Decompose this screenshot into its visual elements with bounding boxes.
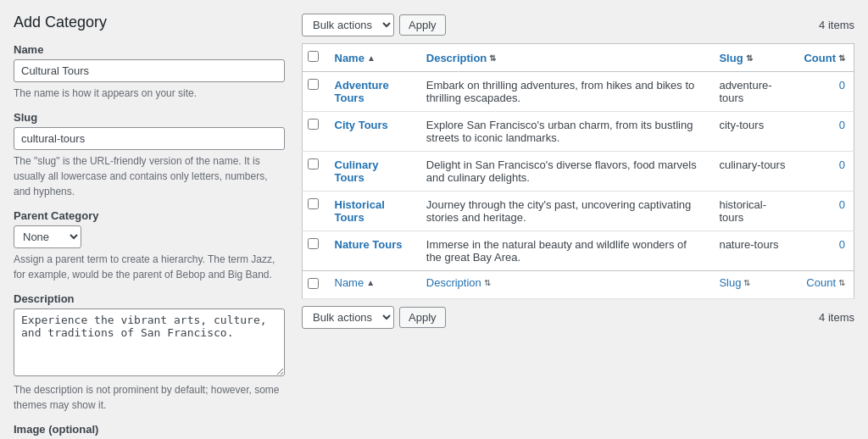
row-checkbox-cell <box>303 231 326 271</box>
table-row: Historical Tours Journey through the cit… <box>303 192 854 231</box>
sort-slug-icon: ⇅ <box>746 53 753 63</box>
row-checkbox-1[interactable] <box>308 119 319 130</box>
header-checkbox-cell <box>303 44 326 72</box>
name-input[interactable] <box>14 59 285 82</box>
row-checkbox-cell <box>303 72 326 112</box>
row-count-cell: 0 <box>795 231 854 271</box>
row-slug-cell: adventure-tours <box>710 72 795 112</box>
footer-sort-description-link[interactable]: Description ⇅ <box>426 276 491 289</box>
categories-table-panel: Bulk actions Apply 4 items Name ▲ <box>302 14 854 439</box>
parent-hint: Assign a parent term to create a hierarc… <box>14 252 285 282</box>
row-name-link-4[interactable]: Nature Tours <box>335 238 403 251</box>
row-name-cell: Adventure Tours <box>326 72 418 112</box>
row-description-cell: Immerse in the natural beauty and wildli… <box>418 231 711 271</box>
row-checkbox-2[interactable] <box>308 158 319 169</box>
bottom-toolbar-left: Bulk actions Apply <box>302 306 446 329</box>
description-hint: The description is not prominent by defa… <box>14 382 285 413</box>
row-description-cell: Delight in San Francisco's diverse flavo… <box>418 152 711 192</box>
description-textarea[interactable]: Experience the vibrant arts, culture, an… <box>14 308 285 376</box>
row-count-link-0[interactable]: 0 <box>839 79 845 92</box>
row-description-cell: Journey through the city's past, uncover… <box>418 192 711 231</box>
row-count-cell: 0 <box>795 192 854 231</box>
footer-slug: Slug ⇅ <box>710 271 795 299</box>
footer-sort-slug-icon: ⇅ <box>743 278 750 287</box>
sort-name-link[interactable]: Name ▲ <box>335 52 376 64</box>
description-group: Description Experience the vibrant arts,… <box>14 292 285 413</box>
items-count-bottom: 4 items <box>819 311 854 324</box>
bottom-toolbar: Bulk actions Apply 4 items <box>302 306 854 329</box>
footer-sort-slug-link[interactable]: Slug ⇅ <box>719 276 750 289</box>
row-description-0: Embark on thrilling adventures, from hik… <box>426 79 695 104</box>
header-description: Description ⇅ <box>418 44 711 72</box>
row-count-cell: 0 <box>795 112 854 152</box>
sort-count-icon: ⇅ <box>838 53 845 63</box>
row-checkbox-3[interactable] <box>308 198 319 209</box>
bulk-actions-select-bottom[interactable]: Bulk actions <box>302 306 394 329</box>
footer-select-all-checkbox[interactable] <box>308 278 319 289</box>
table-row: Culinary Tours Delight in San Francisco'… <box>303 152 854 192</box>
row-count-link-3[interactable]: 0 <box>839 198 845 211</box>
row-slug-cell: nature-tours <box>710 231 795 271</box>
row-description-1: Explore San Francisco's urban charm, fro… <box>426 119 693 144</box>
footer-sort-count-link[interactable]: Count ⇅ <box>806 276 845 289</box>
footer-description: Description ⇅ <box>418 271 711 299</box>
items-count-top: 4 items <box>819 19 854 31</box>
row-checkbox-cell <box>303 152 326 192</box>
sort-description-icon: ⇅ <box>489 53 496 63</box>
footer-sort-description-icon: ⇅ <box>484 278 491 287</box>
parent-select[interactable]: None <box>14 225 81 248</box>
name-hint: The name is how it appears on your site. <box>14 86 285 101</box>
table-header-row: Name ▲ Description ⇅ Slug ⇅ <box>303 44 854 72</box>
footer-count: Count ⇅ <box>795 271 854 299</box>
apply-button-bottom[interactable]: Apply <box>399 307 446 328</box>
row-count-link-2[interactable]: 0 <box>839 158 845 171</box>
footer-checkbox-cell <box>303 271 326 299</box>
footer-sort-name-icon: ▲ <box>366 278 375 287</box>
row-name-link-0[interactable]: Adventure Tours <box>335 79 389 104</box>
row-slug-4: nature-tours <box>719 238 778 251</box>
header-count: Count ⇅ <box>795 44 854 72</box>
table-body: Adventure Tours Embark on thrilling adve… <box>303 72 854 271</box>
row-count-link-4[interactable]: 0 <box>839 238 845 251</box>
row-count-link-1[interactable]: 0 <box>839 119 845 131</box>
select-all-checkbox[interactable] <box>308 51 319 62</box>
header-slug: Slug ⇅ <box>710 44 795 72</box>
row-slug-cell: historical-tours <box>710 192 795 231</box>
table-row: Adventure Tours Embark on thrilling adve… <box>303 72 854 112</box>
row-slug-cell: city-tours <box>710 112 795 152</box>
row-name-link-3[interactable]: Historical Tours <box>335 198 385 224</box>
slug-group: Slug The "slug" is the URL-friendly vers… <box>14 111 285 199</box>
apply-button-top[interactable]: Apply <box>399 14 446 36</box>
row-count-cell: 0 <box>795 72 854 112</box>
row-name-cell: Nature Tours <box>326 231 418 271</box>
toolbar-left: Bulk actions Apply <box>302 14 446 36</box>
bulk-actions-select-top[interactable]: Bulk actions <box>302 14 394 36</box>
row-description-cell: Explore San Francisco's urban charm, fro… <box>418 112 711 152</box>
row-slug-0: adventure-tours <box>719 79 771 104</box>
row-name-link-1[interactable]: City Tours <box>335 119 388 131</box>
sort-slug-link[interactable]: Slug ⇅ <box>719 52 752 64</box>
row-name-cell: Culinary Tours <box>326 152 418 192</box>
footer-sort-name-link[interactable]: Name ▲ <box>335 276 376 289</box>
row-checkbox-0[interactable] <box>308 79 319 90</box>
parent-label: Parent Category <box>14 209 285 222</box>
sort-description-link[interactable]: Description ⇅ <box>426 52 497 64</box>
row-slug-cell: culinary-tours <box>710 152 795 192</box>
top-toolbar: Bulk actions Apply 4 items <box>302 14 854 36</box>
image-label: Image (optional) <box>14 423 285 436</box>
row-count-cell: 0 <box>795 152 854 192</box>
row-description-2: Delight in San Francisco's diverse flavo… <box>426 158 697 184</box>
row-checkbox-4[interactable] <box>308 238 319 249</box>
table-row: Nature Tours Immerse in the natural beau… <box>303 231 854 271</box>
row-checkbox-cell <box>303 112 326 152</box>
footer-sort-count-icon: ⇅ <box>838 278 845 287</box>
row-name-cell: City Tours <box>326 112 418 152</box>
table-footer-row: Name ▲ Description ⇅ Slug ⇅ <box>303 271 854 299</box>
sort-count-link[interactable]: Count ⇅ <box>804 52 845 64</box>
image-group: Image (optional) ✕ Select Image <box>14 423 285 439</box>
description-label: Description <box>14 292 285 305</box>
panel-title: Add Category <box>14 14 285 31</box>
slug-input[interactable] <box>14 127 285 150</box>
row-description-3: Journey through the city's past, uncover… <box>426 198 692 224</box>
row-name-link-2[interactable]: Culinary Tours <box>335 158 379 184</box>
